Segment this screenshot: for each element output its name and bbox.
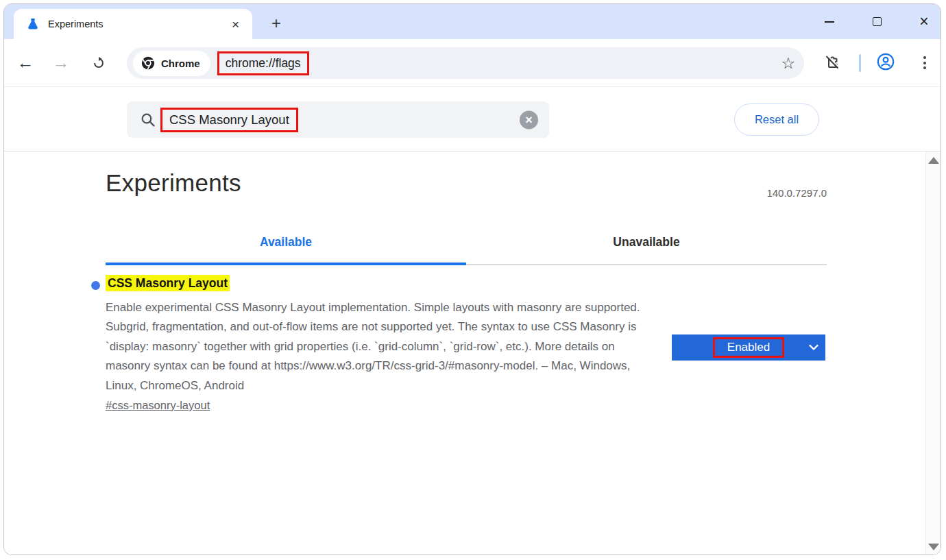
profile-button[interactable] [876, 52, 895, 74]
flag-select-value: Enabled [727, 341, 770, 354]
omnibox[interactable]: Chrome chrome://flags ☆ [127, 47, 804, 79]
three-dot-menu-icon [923, 56, 926, 59]
flag-bullet-icon [91, 281, 100, 290]
main-area: Experiments 140.0.7297.0 Available Unava… [106, 151, 827, 555]
browser-window: Experiments × + × ← → [3, 3, 941, 555]
search-value: CSS Masonry Layout [169, 112, 289, 127]
page-title: Experiments [106, 169, 241, 197]
reset-all-button[interactable]: Reset all [734, 104, 819, 136]
extensions-disabled-icon [823, 52, 842, 71]
browser-tab-experiments[interactable]: Experiments × [14, 9, 252, 39]
scrollbar[interactable] [925, 151, 941, 555]
flags-search-header: CSS Masonry Layout × Reset all [4, 87, 941, 151]
profile-avatar-icon [876, 52, 895, 71]
annotation-box-enabled: Enabled [713, 337, 784, 358]
window-close-button[interactable]: × [914, 12, 934, 32]
flag-select[interactable]: Enabled [672, 334, 825, 361]
site-badge-chrome[interactable]: Chrome [133, 51, 210, 76]
maximize-icon [873, 17, 882, 26]
tab-available[interactable]: Available [106, 226, 466, 265]
forward-button[interactable]: → [51, 53, 71, 73]
back-button[interactable]: ← [15, 53, 36, 73]
annotation-box-search: CSS Masonry Layout [160, 108, 298, 132]
search-input[interactable]: CSS Masonry Layout × [127, 101, 549, 138]
clear-search-button[interactable]: × [520, 110, 538, 129]
window-controls: × [820, 4, 934, 39]
flags-tab-bar: Available Unavailable [106, 226, 827, 265]
flag-entry-css-masonry: CSS Masonry Layout Enable experimental C… [106, 276, 827, 412]
search-icon [139, 111, 157, 129]
scroll-down-arrow-icon[interactable] [928, 544, 939, 550]
annotation-box-url: chrome://flags [217, 51, 309, 75]
version-label: 140.0.7297.0 [766, 187, 827, 199]
reload-button[interactable] [88, 53, 109, 73]
scroll-up-arrow-icon[interactable] [928, 157, 939, 164]
bookmark-star-icon[interactable]: ☆ [781, 56, 795, 71]
site-badge-label: Chrome [161, 58, 200, 69]
toolbar-divider [859, 54, 861, 72]
clear-icon: × [525, 114, 533, 126]
extensions-disabled-button[interactable] [823, 52, 842, 74]
tab-close-icon[interactable]: × [228, 16, 243, 32]
tab-unavailable[interactable]: Unavailable [466, 226, 827, 265]
chevron-down-icon [809, 345, 818, 351]
reload-icon [91, 56, 106, 71]
new-tab-button[interactable]: + [266, 13, 287, 34]
flag-name: CSS Masonry Layout [106, 275, 230, 291]
flags-content: Experiments 140.0.7297.0 Available Unava… [4, 151, 941, 555]
chrome-logo-icon [141, 56, 156, 71]
flask-icon [26, 17, 40, 31]
minimize-icon [825, 21, 834, 23]
url-text: chrome://flags [226, 56, 301, 70]
flag-description: Enable experimental CSS Masonry Layout i… [106, 298, 655, 395]
tab-title: Experiments [48, 19, 228, 29]
minimize-button[interactable] [820, 12, 839, 32]
titlebar: Experiments × + × [4, 4, 941, 39]
flag-permalink[interactable]: #css-masonry-layout [106, 399, 210, 412]
window-close-icon: × [919, 14, 928, 29]
toolbar: ← → Chrome [4, 39, 941, 87]
menu-button[interactable] [917, 54, 932, 72]
maximize-button[interactable] [867, 12, 886, 32]
